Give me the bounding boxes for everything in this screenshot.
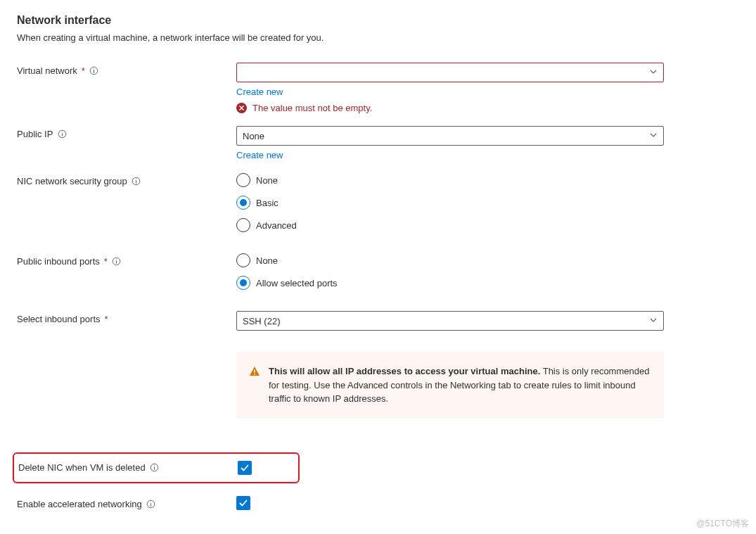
info-icon[interactable] [146, 499, 156, 509]
required-asterisk: * [104, 256, 108, 267]
nsg-label: NIC network security group [17, 173, 236, 186]
radio-icon [236, 276, 250, 290]
watermark: @51CTO博客 [696, 518, 749, 530]
warning-text: This will allow all IP addresses to acce… [269, 364, 651, 406]
chevron-down-icon [649, 131, 658, 141]
warning-icon [249, 366, 260, 406]
virtual-network-error: The value must not be empty. [236, 103, 664, 113]
radio-label: None [256, 255, 278, 266]
nsg-radio-none[interactable]: None [236, 173, 664, 187]
dropdown-value: None [243, 131, 264, 141]
nsg-radio-advanced[interactable]: Advanced [236, 218, 664, 232]
inbound-radio-allow[interactable]: Allow selected ports [236, 276, 664, 290]
section-title: Network interface [17, 14, 742, 27]
radio-label: None [256, 175, 278, 186]
label-text: Delete NIC when VM is deleted [18, 462, 146, 473]
chevron-down-icon [649, 68, 658, 78]
info-icon[interactable] [132, 177, 141, 186]
inbound-ports-radio-group: None Allow selected ports [236, 253, 664, 290]
radio-icon [236, 218, 250, 232]
svg-point-8 [136, 179, 136, 179]
dropdown-value: SSH (22) [243, 316, 280, 326]
select-inbound-label: Select inbound ports * [17, 311, 236, 324]
create-new-pip-link[interactable]: Create new [236, 150, 283, 160]
label-text: Virtual network [17, 65, 77, 76]
info-icon[interactable] [89, 66, 99, 76]
accel-net-checkbox[interactable] [236, 496, 250, 510]
required-asterisk: * [82, 65, 85, 76]
label-text: Public inbound ports [17, 256, 100, 267]
svg-point-11 [116, 259, 117, 260]
radio-label: Basic [256, 198, 278, 208]
inbound-radio-none[interactable]: None [236, 253, 664, 267]
radio-icon [236, 196, 250, 210]
svg-rect-13 [254, 374, 255, 375]
required-asterisk: * [105, 314, 108, 324]
create-new-vnet-link[interactable]: Create new [236, 87, 283, 97]
error-icon [236, 103, 247, 113]
info-icon[interactable] [112, 257, 122, 267]
chevron-down-icon [649, 316, 658, 326]
radio-icon [236, 173, 250, 187]
virtual-network-dropdown[interactable] [236, 63, 664, 82]
label-text: Select inbound ports [17, 314, 101, 324]
radio-label: Allow selected ports [256, 278, 338, 288]
nsg-radio-basic[interactable]: Basic [236, 196, 664, 210]
label-text: Public IP [17, 129, 53, 139]
inbound-warning: This will allow all IP addresses to acce… [236, 352, 664, 419]
nsg-radio-group: None Basic Advanced [236, 173, 664, 232]
info-icon[interactable] [57, 129, 67, 139]
error-text: The value must not be empty. [252, 103, 372, 113]
info-icon[interactable] [150, 463, 160, 473]
radio-icon [236, 253, 250, 267]
svg-point-19 [150, 502, 151, 502]
radio-label: Advanced [256, 220, 297, 231]
delete-nic-checkbox[interactable] [238, 461, 252, 475]
svg-point-5 [62, 132, 63, 132]
delete-nic-highlight: Delete NIC when VM is deleted [13, 452, 300, 483]
accel-net-label: Enable accelerated networking [17, 496, 236, 509]
svg-point-2 [94, 68, 94, 69]
inbound-ports-label: Public inbound ports * [17, 253, 236, 267]
virtual-network-label: Virtual network * [17, 63, 236, 76]
svg-rect-12 [254, 370, 255, 374]
public-ip-label: Public IP [17, 126, 236, 139]
section-description: When creating a virtual machine, a netwo… [17, 32, 742, 43]
label-text: Enable accelerated networking [17, 499, 142, 509]
svg-point-16 [154, 465, 155, 466]
warning-bold: This will allow all IP addresses to acce… [269, 366, 540, 376]
delete-nic-label: Delete NIC when VM is deleted [14, 462, 238, 473]
public-ip-dropdown[interactable]: None [236, 126, 664, 146]
select-inbound-dropdown[interactable]: SSH (22) [236, 311, 664, 331]
label-text: NIC network security group [17, 176, 127, 186]
